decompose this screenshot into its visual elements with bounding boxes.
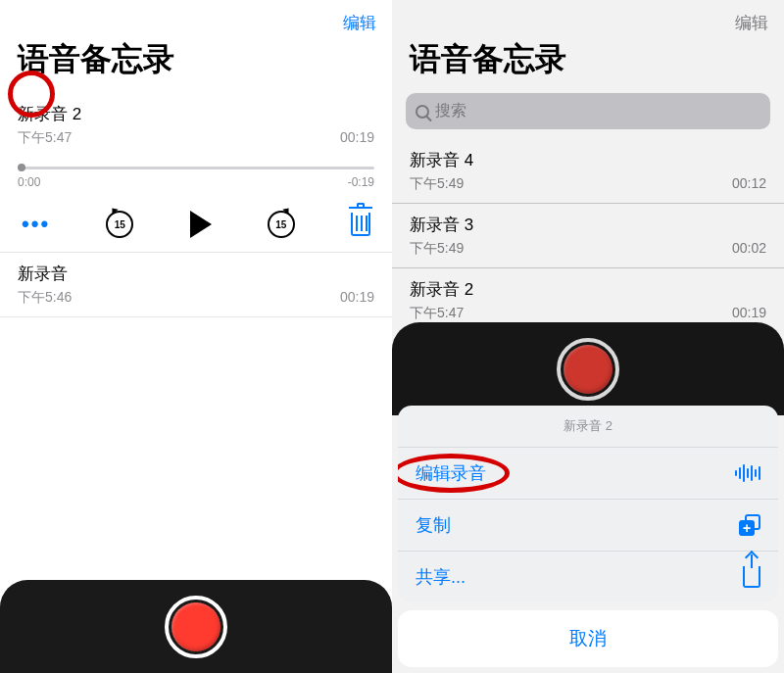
recording-time: 下午5:49 [410, 175, 464, 193]
action-sheet-title: 新录音 2 [398, 406, 778, 448]
edit-button[interactable]: 编辑 [343, 12, 376, 34]
record-bar [392, 322, 784, 415]
recording-name: 新录音 3 [410, 214, 766, 236]
delete-button[interactable] [351, 213, 370, 236]
recording-duration: 00:19 [340, 129, 374, 147]
recording-name: 新录音 2 [18, 103, 374, 125]
screen-voice-memos: 编辑 语音备忘录 新录音 2 下午5:47 00:19 0:00 -0:19 •… [0, 0, 392, 673]
record-bar [0, 580, 392, 673]
scrubber-thumb[interactable] [18, 164, 25, 171]
scrubber-track[interactable] [18, 167, 374, 169]
page-title: 语音备忘录 [392, 38, 784, 93]
recording-item: 新录音 3 下午5:49 00:02 [392, 204, 784, 268]
recording-name: 新录音 4 [410, 149, 766, 171]
play-button[interactable] [190, 211, 212, 238]
recording-name: 新录音 2 [410, 278, 766, 301]
play-icon [190, 211, 212, 238]
search-icon [416, 105, 429, 119]
skip-back-15-button[interactable]: 15 [106, 211, 133, 238]
edit-button: 编辑 [735, 12, 768, 34]
record-icon [564, 345, 612, 394]
recording-item[interactable]: 新录音 下午5:46 00:19 [0, 253, 392, 317]
skip-forward-15-button[interactable]: 15 [268, 211, 295, 238]
recording-time: 下午5:46 [18, 289, 72, 307]
action-sheet: 新录音 2 编辑录音 复制 + 共享... [398, 406, 778, 667]
recording-name: 新录音 [18, 263, 374, 285]
screen-voice-memos-sheet: 编辑 语音备忘录 搜索 新录音 4 下午5:49 00:12 新录音 3 下午5… [392, 0, 784, 673]
recording-time: 下午5:47 [410, 305, 464, 322]
remaining-time: -0:19 [348, 175, 374, 189]
recording-duration: 00:02 [732, 240, 766, 258]
more-button[interactable]: ••• [22, 212, 50, 237]
player-controls: 0:00 -0:19 ••• 15 15 [0, 147, 392, 253]
record-icon [172, 602, 220, 651]
action-label: 复制 [416, 513, 451, 537]
share-icon [743, 566, 760, 588]
recording-time: 下午5:47 [18, 129, 72, 147]
record-button [557, 338, 619, 401]
page-title: 语音备忘录 [0, 38, 392, 93]
nav-header: 编辑 [0, 0, 392, 38]
search-field: 搜索 [406, 93, 770, 129]
waveform-icon [735, 464, 760, 482]
action-copy[interactable]: 复制 + [398, 500, 778, 552]
search-placeholder: 搜索 [435, 101, 466, 121]
recording-item: 新录音 4 下午5:49 00:12 [392, 139, 784, 204]
action-label: 共享... [416, 565, 466, 589]
action-share[interactable]: 共享... [398, 552, 778, 602]
nav-header: 编辑 [392, 0, 784, 38]
action-edit-recording[interactable]: 编辑录音 [398, 448, 778, 500]
recording-duration: 00:19 [340, 289, 374, 307]
action-sheet-card: 新录音 2 编辑录音 复制 + 共享... [398, 406, 778, 602]
recording-time: 下午5:49 [410, 240, 464, 258]
elapsed-time: 0:00 [18, 175, 40, 189]
copy-icon: + [739, 514, 760, 536]
recording-duration: 00:19 [732, 305, 766, 322]
recording-item-expanded: 新录音 2 下午5:47 00:19 [392, 268, 784, 322]
action-label: 编辑录音 [416, 461, 486, 485]
record-button[interactable] [165, 596, 227, 658]
action-cancel[interactable]: 取消 [398, 610, 778, 667]
recording-item-expanded[interactable]: 新录音 2 下午5:47 00:19 [0, 93, 392, 147]
recording-duration: 00:12 [732, 175, 766, 193]
trash-icon [351, 213, 370, 236]
